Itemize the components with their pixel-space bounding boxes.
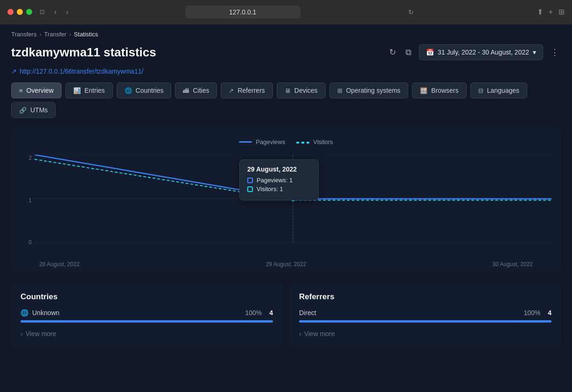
chevron-right-icon-2: › xyxy=(299,330,301,337)
countries-stat-right-0: 100% 4 xyxy=(245,309,273,316)
x-label-mid: 29 August, 2022 xyxy=(266,261,307,268)
tab-entries-label: Entries xyxy=(84,87,105,94)
share-button[interactable]: ⬆ xyxy=(537,7,543,16)
tab-utms[interactable]: 🔗 UTMs xyxy=(11,102,56,118)
devices-icon: 🖥 xyxy=(285,87,291,94)
back-button[interactable]: ‹ xyxy=(52,7,58,17)
countries-view-more[interactable]: › View more xyxy=(21,328,273,337)
browsers-icon: 🪟 xyxy=(420,87,427,94)
referrers-card: Referrers Direct 100% 4 › View more xyxy=(290,283,561,347)
tab-referrers[interactable]: ↗ Referrers xyxy=(221,83,272,98)
overview-icon: ≡ xyxy=(19,87,23,94)
chart-area: 2 1 0 xyxy=(21,155,551,257)
legend-pageviews: Pageviews xyxy=(239,138,285,145)
refresh-stats-button[interactable]: ↻ xyxy=(387,45,398,59)
countries-icon: 🌐 xyxy=(125,87,132,94)
tab-referrers-label: Referrers xyxy=(237,87,265,94)
minimize-traffic-light[interactable] xyxy=(17,9,23,15)
tab-overview[interactable]: ≡ Overview xyxy=(11,83,62,98)
forward-button[interactable]: › xyxy=(64,7,70,17)
tab-countries[interactable]: 🌐 Countries xyxy=(117,83,172,98)
tab-operating-systems[interactable]: ⊞ Operating systems xyxy=(329,83,409,98)
countries-bar-track-0 xyxy=(21,320,273,323)
page-link: ↗ http://127.0.0.1/66transfer/tzdkamywma… xyxy=(0,68,572,83)
header-actions: ↻ ⧉ 📅 31 July, 2022 - 30 August, 2022 ▾ … xyxy=(387,44,561,60)
countries-bar-fill-0 xyxy=(21,320,273,323)
tooltip-pageviews-row: Pageviews: 1 xyxy=(247,177,311,184)
visitors-legend-label: Visitors xyxy=(313,138,333,145)
external-link-icon: ↗ xyxy=(11,68,17,75)
tab-overview-label: Overview xyxy=(27,87,54,94)
globe-icon: 🌐 xyxy=(21,309,28,316)
date-range-label: 31 July, 2022 - 30 August, 2022 xyxy=(438,48,529,56)
new-tab-button[interactable]: + xyxy=(549,8,553,16)
referrers-view-more[interactable]: › View more xyxy=(299,328,551,337)
tabs-overview-button[interactable]: ⊞ xyxy=(558,7,565,16)
referrers-bar-track-0 xyxy=(299,320,551,323)
y-label-0: 0 xyxy=(21,239,32,246)
chart-tooltip: 29 August, 2022 Pageviews: 1 Visitors: 1 xyxy=(239,159,319,200)
utms-icon: 🔗 xyxy=(19,107,27,114)
pageviews-legend-label: Pageviews xyxy=(256,138,285,145)
tab-browsers[interactable]: 🪟 Browsers xyxy=(412,83,466,98)
referrers-stat-label-0: Direct xyxy=(299,309,316,316)
countries-stat-row-0: 🌐 Unknown 100% 4 xyxy=(21,309,273,316)
languages-icon: ⊟ xyxy=(478,87,483,94)
date-range-button[interactable]: 📅 31 July, 2022 - 30 August, 2022 ▾ xyxy=(419,44,543,60)
sidebar-toggle-button[interactable]: ⊡ xyxy=(38,7,47,16)
chart-y-labels: 2 1 0 xyxy=(21,155,35,246)
transfer-link[interactable]: ↗ http://127.0.0.1/66transfer/tzdkamywma… xyxy=(11,68,561,75)
cards-row: Countries 🌐 Unknown 100% 4 › View more xyxy=(0,277,572,352)
referrers-stat-name-0: Direct xyxy=(299,309,316,316)
refresh-icon[interactable]: ↻ xyxy=(408,8,414,16)
tooltip-date: 29 August, 2022 xyxy=(247,165,311,173)
x-label-end: 30 August, 2022 xyxy=(492,261,533,268)
close-traffic-light[interactable] xyxy=(7,9,14,15)
tab-browsers-label: Browsers xyxy=(431,87,458,94)
referrers-view-more-label: View more xyxy=(304,330,335,337)
maximize-traffic-light[interactable] xyxy=(26,9,32,15)
tooltip-visitors-value: Visitors: 1 xyxy=(257,186,283,193)
countries-stat-count-0: 4 xyxy=(269,309,273,316)
nav-tabs: ≡ Overview 📊 Entries 🌐 Countries 🏙 Citie… xyxy=(0,83,572,122)
more-options-button[interactable]: ⋮ xyxy=(549,45,561,59)
tab-cities-label: Cities xyxy=(193,87,209,94)
tab-os-label: Operating systems xyxy=(346,87,401,94)
copy-button[interactable]: ⧉ xyxy=(404,46,413,59)
referrers-stat-percent-0: 100% xyxy=(523,309,540,316)
referrers-stat-right-0: 100% 4 xyxy=(523,309,551,316)
page-title: tzdkamywma11 statistics xyxy=(11,45,156,60)
tab-utms-label: UTMs xyxy=(30,106,48,114)
chart-x-labels: 28 August, 2022 29 August, 2022 30 Augus… xyxy=(21,257,551,268)
chevron-right-icon: › xyxy=(21,330,23,337)
breadcrumb-statistics: Statistics xyxy=(74,31,98,38)
y-label-1: 1 xyxy=(21,197,32,204)
breadcrumb-transfer[interactable]: Transfer xyxy=(44,31,66,38)
tab-languages[interactable]: ⊟ Languages xyxy=(470,83,527,98)
tooltip-pageviews-box xyxy=(247,178,253,183)
tab-cities[interactable]: 🏙 Cities xyxy=(175,83,217,98)
y-label-2: 2 xyxy=(21,155,32,161)
address-bar-wrapper: 🛡 ↻ xyxy=(185,6,419,19)
referrers-card-title: Referrers xyxy=(299,292,551,302)
breadcrumb-sep-2: › xyxy=(69,31,71,38)
page-content: Transfers › Transfer › Statistics tzdkam… xyxy=(0,24,572,392)
tab-devices-label: Devices xyxy=(294,87,318,94)
tab-entries[interactable]: 📊 Entries xyxy=(65,83,113,98)
traffic-lights xyxy=(7,9,32,15)
countries-stat-label-0: 🌐 Unknown xyxy=(21,309,59,316)
address-bar[interactable] xyxy=(185,6,300,19)
chart-container: Pageviews Visitors 2 1 0 xyxy=(11,127,561,272)
breadcrumb-transfers[interactable]: Transfers xyxy=(11,31,36,38)
countries-stat-name-0: Unknown xyxy=(32,309,59,316)
browser-actions: ⬆ + ⊞ xyxy=(537,7,565,16)
page-header: tzdkamywma11 statistics ↻ ⧉ 📅 31 July, 2… xyxy=(0,42,572,68)
tab-devices[interactable]: 🖥 Devices xyxy=(277,83,326,98)
referrers-stat-row-0: Direct 100% 4 xyxy=(299,309,551,316)
referrers-bar-fill-0 xyxy=(299,320,551,323)
transfer-link-text: http://127.0.0.1/66transfer/tzdkamywma11… xyxy=(20,68,143,75)
legend-visitors: Visitors xyxy=(296,138,333,145)
chevron-down-icon: ▾ xyxy=(533,48,536,56)
tooltip-visitors-row: Visitors: 1 xyxy=(247,186,311,193)
tab-countries-label: Countries xyxy=(136,87,164,94)
